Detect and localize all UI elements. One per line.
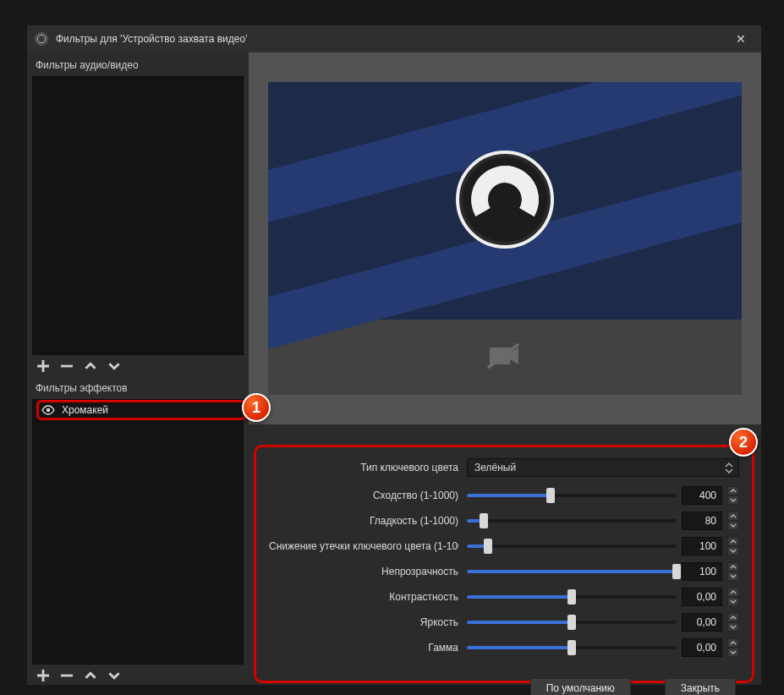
remove-icon[interactable] [61, 670, 73, 681]
slider[interactable] [467, 486, 677, 505]
window-title: Фильтры для 'Устройство захвата видео' [56, 33, 247, 45]
select-value: Зелёный [474, 462, 516, 473]
move-down-icon[interactable] [108, 670, 120, 681]
spin-up-icon [727, 512, 739, 521]
value-input[interactable]: 0,00 [682, 588, 722, 606]
effect-filters-toolbar [32, 666, 244, 688]
setting-label: Снижение утечки ключевого цвета (1-1000) [269, 540, 458, 552]
setting-row: Контрастность0,00 [269, 587, 739, 607]
spinner[interactable] [727, 588, 739, 606]
remove-icon[interactable] [61, 360, 73, 372]
spin-up-icon [727, 613, 739, 622]
value-input[interactable]: 400 [682, 486, 722, 505]
filter-item-label: Хромакей [62, 404, 108, 416]
spinner[interactable] [727, 537, 739, 555]
obs-logo-icon [454, 149, 556, 254]
setting-row: Гладкость (1-1000)80 [269, 511, 739, 531]
visibility-icon[interactable] [41, 403, 55, 417]
spin-down-icon [727, 572, 739, 581]
slider[interactable] [467, 613, 677, 632]
setting-row: Сходство (1-1000)400 [269, 485, 739, 506]
setting-row: Гамма0,00 [269, 638, 739, 658]
spin-up-icon [727, 537, 739, 546]
move-down-icon[interactable] [108, 360, 120, 372]
spin-down-icon [727, 622, 739, 632]
spinner[interactable] [727, 512, 739, 530]
setting-label: Яркость [269, 616, 458, 628]
spin-down-icon [727, 495, 739, 505]
move-up-icon[interactable] [85, 360, 96, 372]
slider[interactable] [467, 537, 677, 555]
effect-filters-list[interactable]: Хромакей [32, 399, 244, 665]
setting-label: Контрастность [269, 591, 458, 603]
slider[interactable] [467, 588, 677, 606]
spin-down-icon [727, 648, 739, 657]
setting-label: Сходство (1-1000) [269, 490, 458, 501]
settings-footer: По умолчанию Закрыть [269, 678, 739, 695]
spinner[interactable] [727, 486, 739, 505]
spinner[interactable] [727, 562, 739, 581]
svg-point-5 [496, 191, 513, 208]
audio-filters-list[interactable] [32, 76, 244, 355]
spin-up-icon [727, 588, 739, 597]
titlebar: Фильтры для 'Устройство захвата видео' ✕ [27, 25, 761, 52]
audio-filters-toolbar [32, 357, 244, 379]
spin-down-icon [727, 546, 739, 555]
value-input[interactable]: 0,00 [682, 638, 722, 657]
svg-point-2 [47, 408, 50, 412]
spinner[interactable] [727, 613, 739, 632]
sidebar: Фильтры аудио/видео Фильтры эффектов Хро… [27, 52, 249, 685]
setting-label: Гладкость (1-1000) [269, 515, 458, 527]
spin-down-icon [727, 521, 739, 530]
preview-area [249, 52, 761, 424]
setting-row: Непрозрачность100 [269, 561, 739, 582]
defaults-button[interactable]: По умолчанию [530, 678, 631, 695]
preview-canvas [268, 82, 742, 395]
filter-item-chromakey[interactable]: Хромакей [33, 400, 243, 420]
move-up-icon[interactable] [85, 670, 96, 681]
effect-filters-label: Фильтры эффектов [32, 380, 244, 397]
close-icon[interactable]: ✕ [727, 32, 754, 46]
key-color-select[interactable]: Зелёный [467, 458, 739, 477]
close-button[interactable]: Закрыть [665, 678, 736, 695]
callout-2: 2 [729, 428, 758, 457]
audio-filters-label: Фильтры аудио/видео [32, 57, 244, 74]
filters-dialog: Фильтры для 'Устройство захвата видео' ✕… [27, 25, 761, 685]
obs-icon [34, 31, 49, 47]
value-input[interactable]: 100 [682, 537, 722, 555]
value-input[interactable]: 80 [682, 512, 722, 530]
spin-up-icon [727, 638, 739, 648]
value-input[interactable]: 0,00 [682, 613, 722, 632]
no-signal-icon [485, 341, 525, 375]
slider[interactable] [467, 512, 677, 530]
setting-row: Снижение утечки ключевого цвета (1-1000)… [269, 536, 739, 556]
spin-up-icon [727, 486, 739, 495]
slider[interactable] [467, 562, 677, 581]
callout-1: 1 [242, 393, 271, 422]
spinner[interactable] [727, 638, 739, 657]
add-icon[interactable] [37, 360, 49, 372]
spin-up-icon [727, 562, 739, 572]
setting-label: Тип ключевого цвета [269, 462, 458, 473]
setting-row-key-color-type: Тип ключевого цвета Зелёный [269, 458, 739, 477]
setting-row: Яркость0,00 [269, 612, 739, 632]
main-panel: Тип ключевого цвета Зелёный Сходств [249, 52, 761, 685]
spin-down-icon [727, 597, 739, 606]
add-icon[interactable] [37, 670, 49, 681]
select-spinner-icon [725, 461, 735, 474]
slider[interactable] [467, 638, 677, 657]
setting-label: Гамма [269, 642, 458, 654]
filter-settings: Тип ключевого цвета Зелёный Сходств [257, 448, 751, 680]
value-input[interactable]: 100 [682, 562, 722, 581]
setting-label: Непрозрачность [269, 566, 458, 577]
